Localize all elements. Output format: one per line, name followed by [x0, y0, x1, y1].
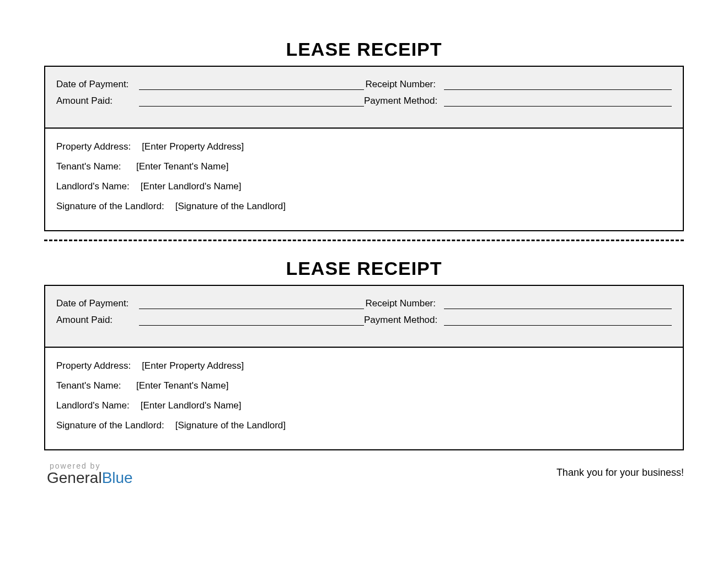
details-section: Property Address: [Enter Property Addres… [45, 348, 683, 449]
payment-method-label: Payment Method: [364, 95, 444, 107]
payment-section: Date of Payment: Receipt Number: Amount … [45, 67, 683, 129]
tenant-name-input[interactable]: [Enter Tenant's Name] [136, 380, 228, 391]
signature-label: Signature of the Landlord: [56, 201, 175, 212]
date-of-payment-label: Date of Payment: [56, 298, 139, 309]
lease-receipt-page: LEASE RECEIPT Date of Payment: Receipt N… [0, 0, 728, 487]
brand-blue: Blue [102, 469, 133, 486]
brand-logo: GeneralBlue [47, 469, 133, 487]
signature-input[interactable]: [Signature of the Landlord] [175, 420, 286, 431]
tenant-name-input[interactable]: [Enter Tenant's Name] [136, 161, 228, 172]
property-address-input[interactable]: [Enter Property Address] [142, 360, 244, 371]
receipt-box: Date of Payment: Receipt Number: Amount … [44, 285, 684, 450]
landlord-name-input[interactable]: [Enter Landlord's Name] [141, 181, 242, 192]
footer: powered by GeneralBlue Thank you for you… [44, 459, 684, 487]
receipt-number-input[interactable] [444, 297, 672, 309]
amount-paid-label: Amount Paid: [56, 95, 139, 107]
property-address-label: Property Address: [56, 360, 142, 371]
date-of-payment-label: Date of Payment: [56, 79, 139, 90]
date-of-payment-input[interactable] [139, 78, 364, 90]
property-address-label: Property Address: [56, 141, 142, 152]
receipt-number-label: Receipt Number: [364, 298, 444, 309]
tear-line [44, 240, 684, 241]
date-of-payment-input[interactable] [139, 297, 364, 309]
receipt-number-input[interactable] [444, 78, 672, 90]
landlord-name-input[interactable]: [Enter Landlord's Name] [141, 400, 242, 411]
receipt-title: LEASE RECEIPT [44, 39, 684, 60]
receipt-number-label: Receipt Number: [364, 79, 444, 90]
signature-label: Signature of the Landlord: [56, 420, 175, 431]
amount-paid-input[interactable] [139, 314, 364, 326]
landlord-name-label: Landlord's Name: [56, 181, 141, 192]
receipt-title: LEASE RECEIPT [44, 258, 684, 279]
payment-method-input[interactable] [444, 94, 672, 107]
details-section: Property Address: [Enter Property Addres… [45, 129, 683, 230]
property-address-input[interactable]: [Enter Property Address] [142, 141, 244, 152]
thank-you-text: Thank you for your business! [556, 461, 684, 479]
payment-method-input[interactable] [444, 314, 672, 326]
payment-method-label: Payment Method: [364, 315, 444, 326]
tenant-name-label: Tenant's Name: [56, 161, 136, 172]
signature-input[interactable]: [Signature of the Landlord] [175, 201, 286, 212]
brand-general: General [47, 469, 102, 486]
amount-paid-input[interactable] [139, 94, 364, 107]
receipt-box: Date of Payment: Receipt Number: Amount … [44, 66, 684, 231]
brand-block: powered by GeneralBlue [47, 461, 133, 487]
tenant-name-label: Tenant's Name: [56, 380, 136, 391]
amount-paid-label: Amount Paid: [56, 315, 139, 326]
payment-section: Date of Payment: Receipt Number: Amount … [45, 286, 683, 348]
landlord-name-label: Landlord's Name: [56, 400, 141, 411]
